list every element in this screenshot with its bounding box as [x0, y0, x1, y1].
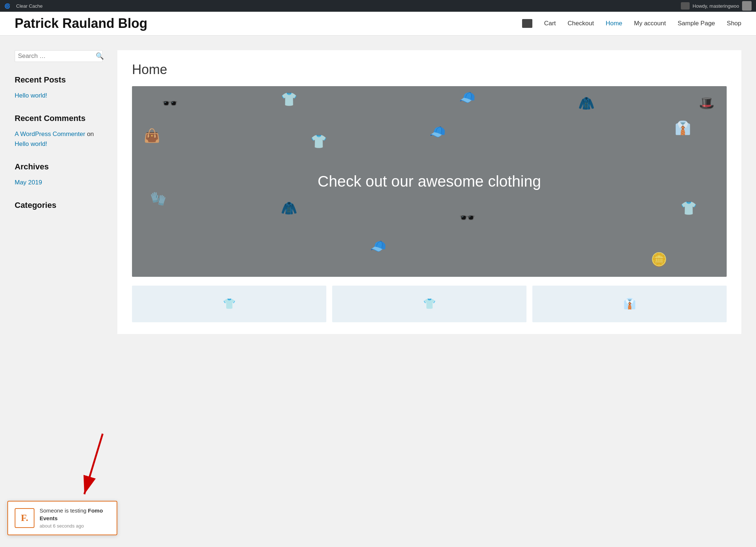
categories-title: Categories — [15, 201, 103, 210]
admin-bar: 🌀 Clear Cache Howdy, masteringwoo — [0, 0, 756, 12]
search-button[interactable]: 🔍 — [96, 52, 104, 60]
site-title: Patrick Rauland Blog — [15, 16, 147, 31]
nav-shop[interactable]: Shop — [727, 20, 741, 27]
clothing-sunglasses-1: 🕶️ — [162, 96, 178, 111]
clothing-jacket-green: 🧥 — [281, 201, 297, 216]
page-wrapper: 🔍 Recent Posts Hello world! Recent Comme… — [0, 36, 756, 349]
comment-entry-0: A WordPress Commenter on Hello world! — [15, 129, 103, 149]
clothing-bag-1: 👜 — [144, 128, 160, 143]
clothing-coin: 🪙 — [651, 252, 667, 267]
commenter-link-0[interactable]: A WordPress Commenter — [15, 131, 85, 137]
clothing-shirt-1: 👕 — [281, 92, 297, 107]
nav-home[interactable]: Home — [606, 20, 622, 27]
search-input[interactable] — [18, 52, 96, 60]
archive-link-0[interactable]: May 2019 — [15, 179, 42, 186]
categories-widget: Categories — [15, 201, 103, 210]
clear-cache-link[interactable]: Clear Cache — [16, 3, 43, 9]
clothing-gloves: 🧤 — [150, 191, 166, 206]
nav-checkout[interactable]: Checkout — [568, 20, 594, 27]
nav-sample-page[interactable]: Sample Page — [678, 20, 715, 27]
product-card-0[interactable]: 👕 — [132, 286, 326, 322]
clothing-cap-1: 🧢 — [459, 90, 476, 105]
recent-post-link-0[interactable]: Hello world! — [15, 92, 47, 99]
comment-on-text: on — [87, 131, 94, 137]
product-preview: 👕 👕 👔 — [132, 286, 727, 322]
page-title: Home — [132, 62, 727, 77]
product-card-2[interactable]: 👔 — [532, 286, 727, 322]
clothing-polo-teal: 👔 — [675, 120, 691, 136]
site-header: Patrick Rauland Blog Cart Checkout Home … — [0, 12, 756, 36]
cart-icon-nav — [522, 19, 532, 28]
sidebar: 🔍 Recent Posts Hello world! Recent Comme… — [15, 50, 117, 334]
comment-post-link-0[interactable]: Hello world! — [15, 140, 47, 147]
cart-admin-icon — [681, 2, 690, 10]
nav-cart[interactable]: Cart — [544, 20, 556, 27]
main-content: Home 🕶️ 👕 🧢 🧥 🎩 👜 👕 🧢 👔 🧤 🧥 🕶️ 👕 🧢 🪙 Che… — [117, 50, 741, 334]
archives-widget: Archives May 2019 — [15, 162, 103, 187]
hero-banner: 🕶️ 👕 🧢 🧥 🎩 👜 👕 🧢 👔 🧤 🧥 🕶️ 👕 🧢 🪙 Check ou… — [132, 86, 727, 277]
nav-my-account[interactable]: My account — [634, 20, 666, 27]
recent-posts-widget: Recent Posts Hello world! — [15, 75, 103, 100]
clothing-tshirt-red: 👕 — [311, 134, 327, 149]
hero-banner-text: Check out our awesome clothing — [318, 173, 541, 190]
product-card-1[interactable]: 👕 — [332, 286, 526, 322]
howdy-text: Howdy, masteringwoo — [693, 3, 739, 9]
clothing-shirt-grey: 👕 — [680, 201, 697, 216]
clothing-sunglasses-2: 🕶️ — [459, 210, 476, 225]
clothing-cap-yellow: 🧢 — [429, 124, 446, 140]
recent-comments-widget: Recent Comments A WordPress Commenter on… — [15, 114, 103, 149]
wp-logo-icon: 🌀 — [4, 3, 10, 9]
main-nav: Cart Checkout Home My account Sample Pag… — [522, 19, 741, 28]
archives-title: Archives — [15, 162, 103, 172]
search-widget: 🔍 — [15, 50, 103, 62]
user-avatar-admin — [742, 1, 752, 11]
clothing-beanie: 🧢 — [370, 239, 386, 254]
clothing-jacket-1: 🧥 — [578, 96, 595, 111]
recent-posts-title: Recent Posts — [15, 75, 103, 85]
clothing-hat-1: 🎩 — [698, 96, 715, 111]
recent-comments-title: Recent Comments — [15, 114, 103, 123]
